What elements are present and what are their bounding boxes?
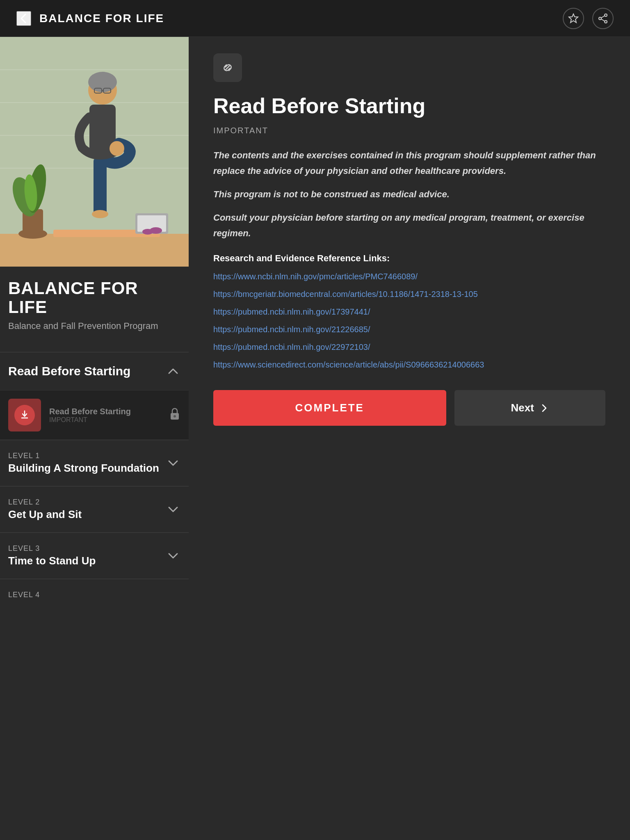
hero-figure-svg bbox=[0, 37, 189, 267]
right-panel: Read Before Starting IMPORTANT The conte… bbox=[189, 37, 630, 612]
accordion-level1-text: LEVEL 1 Building A Strong Foundation bbox=[8, 452, 159, 475]
program-subtitle: Balance and Fall Prevention Program bbox=[8, 321, 180, 331]
back-arrow-icon bbox=[18, 13, 30, 24]
svg-point-25 bbox=[110, 141, 124, 156]
star-icon bbox=[568, 13, 579, 24]
complete-button[interactable]: COMPLETE bbox=[213, 390, 446, 426]
sub-item-thumbnail bbox=[8, 399, 41, 431]
svg-point-30 bbox=[142, 229, 153, 235]
accordion-read-before-header[interactable]: Read Before Starting bbox=[0, 352, 189, 390]
reference-link-4[interactable]: https://pubmed.ncbi.nlm.nih.gov/21226685… bbox=[213, 325, 605, 334]
chevron-down-icon-level2 bbox=[166, 502, 180, 517]
chevron-up-icon bbox=[166, 364, 180, 379]
reference-link-1[interactable]: https://www.ncbi.nlm.nih.gov/pmc/article… bbox=[213, 272, 605, 281]
bottom-actions: COMPLETE Next bbox=[213, 390, 605, 426]
svg-marker-0 bbox=[569, 14, 578, 23]
app-header: BALANCE FOR LIFE bbox=[0, 0, 630, 37]
accordion-level4-header[interactable]: LEVEL 4 bbox=[0, 579, 189, 612]
reference-title: Research and Evidence Reference Links: bbox=[213, 253, 605, 264]
accordion-level3-text: LEVEL 3 Time to Stand Up bbox=[8, 544, 96, 567]
svg-rect-24 bbox=[94, 158, 107, 215]
accordion-level2-header[interactable]: LEVEL 2 Get Up and Sit bbox=[0, 486, 189, 532]
header-left: BALANCE FOR LIFE bbox=[16, 11, 164, 26]
header-title: BALANCE FOR LIFE bbox=[39, 12, 164, 25]
chevron-down-icon-level1 bbox=[166, 456, 180, 470]
svg-point-19 bbox=[88, 72, 117, 92]
level1-label: LEVEL 1 bbox=[8, 452, 159, 460]
level3-label: LEVEL 3 bbox=[8, 544, 96, 553]
reference-link-5[interactable]: https://pubmed.ncbi.nlm.nih.gov/22972103… bbox=[213, 342, 605, 352]
favorite-button[interactable] bbox=[563, 8, 584, 29]
link-icon bbox=[220, 60, 235, 75]
reference-link-3[interactable]: https://pubmed.ncbi.nlm.nih.gov/17397441… bbox=[213, 307, 605, 317]
read-before-sub-item[interactable]: Read Before Starting IMPORTANT bbox=[0, 390, 189, 440]
content-para-1: The contents and the exercises contained… bbox=[213, 148, 605, 178]
content-para-2: This program is not to be construed as m… bbox=[213, 187, 605, 202]
program-info: BALANCE FOR LIFE Balance and Fall Preven… bbox=[0, 267, 189, 352]
accordion-level3-header[interactable]: LEVEL 3 Time to Stand Up bbox=[0, 533, 189, 579]
main-container: BALANCE FOR LIFE Balance and Fall Preven… bbox=[0, 37, 630, 612]
svg-point-1 bbox=[605, 14, 607, 16]
level2-title: Get Up and Sit bbox=[8, 508, 82, 521]
level4-label: LEVEL 4 bbox=[8, 591, 40, 599]
content-link-button[interactable] bbox=[213, 53, 242, 82]
svg-point-35 bbox=[173, 415, 176, 418]
reference-link-6[interactable]: https://www.sciencedirect.com/science/ar… bbox=[213, 360, 605, 370]
header-actions bbox=[563, 8, 614, 29]
svg-rect-11 bbox=[0, 234, 189, 267]
accordion-level4: LEVEL 4 bbox=[0, 579, 189, 612]
svg-point-26 bbox=[92, 210, 108, 218]
svg-point-3 bbox=[605, 21, 607, 23]
content-body: The contents and the exercises contained… bbox=[213, 148, 605, 241]
next-arrow-icon bbox=[539, 403, 549, 413]
svg-point-2 bbox=[599, 17, 601, 20]
svg-line-5 bbox=[601, 19, 605, 21]
accordion-level1-header[interactable]: LEVEL 1 Building A Strong Foundation bbox=[0, 440, 189, 486]
accordion-level1: LEVEL 1 Building A Strong Foundation bbox=[0, 440, 189, 486]
level3-title: Time to Stand Up bbox=[8, 555, 96, 567]
accordion-level4-text: LEVEL 4 bbox=[8, 591, 40, 601]
share-button[interactable] bbox=[592, 8, 614, 29]
share-icon bbox=[598, 13, 608, 24]
content-para-3: Consult your physician before starting o… bbox=[213, 210, 605, 241]
accordion-level3: LEVEL 3 Time to Stand Up bbox=[0, 532, 189, 579]
hero-image bbox=[0, 37, 189, 267]
sub-item-subtitle: IMPORTANT bbox=[49, 416, 161, 424]
accordion-read-before: Read Before Starting bbox=[0, 352, 189, 440]
svg-line-4 bbox=[601, 16, 605, 18]
accordion-level2: LEVEL 2 Get Up and Sit bbox=[0, 486, 189, 532]
next-button[interactable]: Next bbox=[454, 390, 606, 426]
next-label: Next bbox=[511, 402, 534, 414]
sub-item-title: Read Before Starting bbox=[49, 407, 161, 416]
level2-label: LEVEL 2 bbox=[8, 498, 82, 507]
content-label: IMPORTANT bbox=[213, 126, 605, 135]
content-title: Read Before Starting bbox=[213, 94, 605, 118]
chevron-down-icon-level3 bbox=[166, 548, 180, 563]
accordion-read-before-title: Read Before Starting bbox=[8, 364, 130, 378]
sub-item-thumb-icon bbox=[14, 405, 35, 425]
reference-link-2[interactable]: https://bmcgeriatr.biomedcentral.com/art… bbox=[213, 290, 605, 299]
left-panel: BALANCE FOR LIFE Balance and Fall Preven… bbox=[0, 37, 189, 612]
reference-section: Research and Evidence Reference Links: h… bbox=[213, 253, 605, 370]
program-title: BALANCE FOR LIFE bbox=[8, 279, 180, 317]
download-icon bbox=[18, 409, 31, 421]
back-button[interactable] bbox=[16, 11, 31, 26]
lock-icon bbox=[169, 407, 180, 423]
level1-title: Building A Strong Foundation bbox=[8, 462, 159, 475]
sub-item-text: Read Before Starting IMPORTANT bbox=[49, 407, 161, 424]
accordion-level2-text: LEVEL 2 Get Up and Sit bbox=[8, 498, 82, 521]
